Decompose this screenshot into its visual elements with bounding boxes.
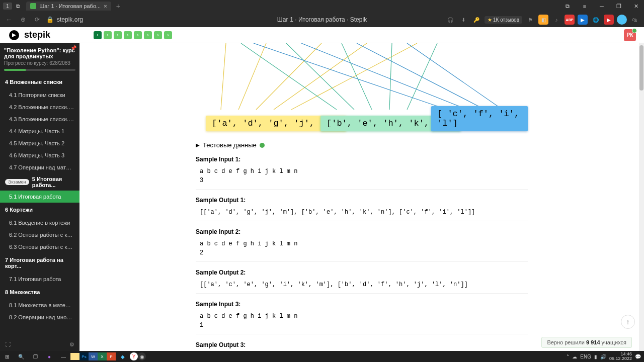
- step-pip[interactable]: ›: [154, 31, 162, 39]
- sidebar-item[interactable]: 4.7 Операции над матрица...: [0, 161, 79, 173]
- taskview-icon[interactable]: ❐: [28, 351, 42, 362]
- key-icon[interactable]: 🔑: [471, 15, 481, 25]
- svg-line-11: [254, 43, 447, 110]
- sample-label: Sample Input 2:: [196, 228, 528, 235]
- sidebar-item[interactable]: 4.2 Вложенные списки. Ча...: [0, 101, 79, 113]
- sidebar-item[interactable]: 6.3 Основы работы с корт...: [0, 241, 79, 253]
- scrollbar-thumb[interactable]: [639, 45, 643, 90]
- sidebar-item[interactable]: 6.1 Введение в кортежи: [0, 217, 79, 229]
- scrollbar-track[interactable]: [639, 43, 644, 351]
- clock[interactable]: 14:46 06.12.2022: [609, 352, 632, 361]
- pin-icon[interactable]: 📌: [70, 45, 76, 51]
- word-icon[interactable]: W: [89, 352, 98, 360]
- app-icon[interactable]: ◆: [116, 351, 130, 362]
- step-pip[interactable]: ›: [124, 31, 132, 39]
- sidebar-item[interactable]: 5.1 Итоговая работа: [0, 191, 79, 203]
- ext-4-icon[interactable]: 🌐: [591, 15, 601, 25]
- add-tab-button[interactable]: +: [114, 2, 122, 10]
- new-window-icon[interactable]: ⧉: [14, 2, 22, 10]
- section-header[interactable]: 7 Итоговая работа на корт...: [0, 253, 79, 273]
- sidebar-item[interactable]: 4.1 Повторяем списки: [0, 89, 79, 101]
- explorer-icon[interactable]: [70, 353, 79, 360]
- shield-icon[interactable]: ⊕: [18, 15, 28, 25]
- settings-icon[interactable]: ⚙: [69, 341, 74, 348]
- rating-badge[interactable]: ★1К отзывов: [485, 16, 522, 24]
- sample-label: Sample Output 3:: [196, 341, 528, 348]
- ext-7-icon[interactable]: 🛍: [630, 15, 640, 25]
- sample-label: Sample Input 1:: [196, 156, 528, 163]
- svg-line-5: [291, 43, 417, 110]
- pip-icon[interactable]: ⧉: [559, 0, 576, 12]
- step-pip[interactable]: ›: [164, 31, 172, 39]
- sidebar-item[interactable]: 8.2 Операции над множес...: [0, 311, 79, 323]
- step-pip[interactable]: ›: [144, 31, 152, 39]
- back-icon[interactable]: ←: [4, 15, 14, 25]
- scroll-top-button[interactable]: ↑: [621, 315, 635, 329]
- ext-5-icon[interactable]: ▶: [604, 15, 614, 25]
- search-icon[interactable]: 🔍: [14, 351, 28, 362]
- start-icon[interactable]: ⊞: [0, 351, 14, 362]
- step-pip[interactable]: ›: [134, 31, 142, 39]
- headphones-icon[interactable]: 🎧: [445, 15, 455, 25]
- obs-icon[interactable]: ◉: [138, 352, 146, 360]
- address-bar: ← ⊕ ⟳ 🔒 stepik.org Шаг 1 · Итоговая рабо…: [0, 12, 644, 27]
- sidebar-item[interactable]: 7.1 Итоговая работа: [0, 273, 79, 285]
- sidebar-item[interactable]: 4.6 Матрицы. Часть 3: [0, 149, 79, 161]
- menu-icon[interactable]: ≡: [577, 0, 593, 12]
- ext-2-icon[interactable]: ♪: [551, 15, 561, 25]
- sidebar-item[interactable]: 6.2 Основы работы с корт...: [0, 229, 79, 241]
- test-data-toggle[interactable]: ▶ Тестовые данные: [196, 141, 528, 149]
- powerpoint-icon[interactable]: P: [107, 352, 116, 360]
- section-header[interactable]: 4 Вложенные списки: [0, 75, 79, 89]
- app-icon[interactable]: ●: [42, 351, 56, 362]
- reload-icon[interactable]: ⟳: [32, 15, 42, 25]
- maximize-icon[interactable]: ❐: [611, 0, 627, 12]
- minimize-icon[interactable]: ─: [594, 0, 610, 12]
- volume-icon[interactable]: 🔊: [600, 354, 606, 359]
- tab-close-icon[interactable]: ×: [104, 3, 107, 9]
- expand-icon: ▶: [196, 142, 200, 148]
- sample-label: Sample Input 3:: [196, 301, 528, 308]
- tab-count[interactable]: 1: [3, 3, 12, 10]
- step-pip[interactable]: ›: [94, 31, 102, 39]
- svg-line-8: [342, 43, 372, 110]
- sidebar-item[interactable]: 8.1 Множества в математ...: [0, 299, 79, 311]
- ext-6-icon[interactable]: [617, 15, 627, 25]
- ext-1-icon[interactable]: ◧: [538, 15, 548, 25]
- stepik-logo[interactable]: stepik: [8, 29, 50, 41]
- excel-icon[interactable]: X: [98, 352, 107, 360]
- url-text[interactable]: stepik.org: [57, 16, 83, 23]
- sample-block: Sample Input 1:a b c d e f g h i j k l m…: [196, 156, 528, 190]
- tray-icon[interactable]: ☁: [572, 354, 577, 359]
- section-header[interactable]: 8 Множества: [0, 285, 79, 299]
- sample-block: Sample Output 3:[['a', 'b', 'c', 'd', 'e…: [196, 341, 528, 351]
- browser-tab[interactable]: Шаг 1 · Итоговая рабо... ×: [26, 2, 111, 11]
- voice-icon[interactable]: ⬇: [458, 15, 468, 25]
- step-pip[interactable]: ›: [114, 31, 122, 39]
- photoshop-icon[interactable]: Ps: [79, 352, 89, 360]
- yandex-icon[interactable]: Y: [130, 352, 138, 360]
- section-header[interactable]: 6 Кортежи: [0, 203, 79, 217]
- user-avatar[interactable]: РК: [624, 29, 636, 41]
- ext-3-icon[interactable]: ▶: [578, 15, 588, 25]
- bookmark-icon[interactable]: ⚑: [525, 15, 535, 25]
- language-indicator[interactable]: ENG: [580, 354, 591, 359]
- sample-code: a b c d e f g h i j k l m n 1: [196, 310, 528, 334]
- sidebar-item[interactable]: 4.3 Вложенные списки. Ча...: [0, 113, 79, 125]
- close-window-icon[interactable]: ✕: [628, 0, 644, 12]
- diagram-box-blue: [ 'c', 'f', 'i', 'l']: [431, 106, 528, 131]
- sidebar-item[interactable]: 4.5 Матрицы. Часть 2: [0, 137, 79, 149]
- tray-chevron-icon[interactable]: ˄: [567, 354, 569, 359]
- step-pip[interactable]: ›: [104, 31, 112, 39]
- sidebar-item[interactable]: 4.4 Матрицы. Часть 1: [0, 125, 79, 137]
- wifi-icon[interactable]: ▮: [594, 354, 597, 359]
- sample-block: Sample Input 3:a b c d e f g h i j k l m…: [196, 301, 528, 334]
- app-icon[interactable]: —: [56, 351, 70, 362]
- sample-code: [['a', 'd', 'g', 'j', 'm'], ['b', 'e', '…: [196, 206, 528, 221]
- system-tray: ˄ ☁ ENG ▮ 🔊 14:46 06.12.2022 💬: [567, 352, 644, 361]
- sample-code: [['a', 'c', 'e', 'g', 'i', 'k', 'm'], ['…: [196, 278, 528, 293]
- ext-abp-icon[interactable]: ABP: [565, 15, 575, 25]
- fullscreen-icon[interactable]: ⛶: [5, 341, 11, 348]
- notifications-icon[interactable]: 💬: [635, 354, 641, 359]
- sample-block: Sample Input 2:a b c d e f g h i j k l m…: [196, 228, 528, 262]
